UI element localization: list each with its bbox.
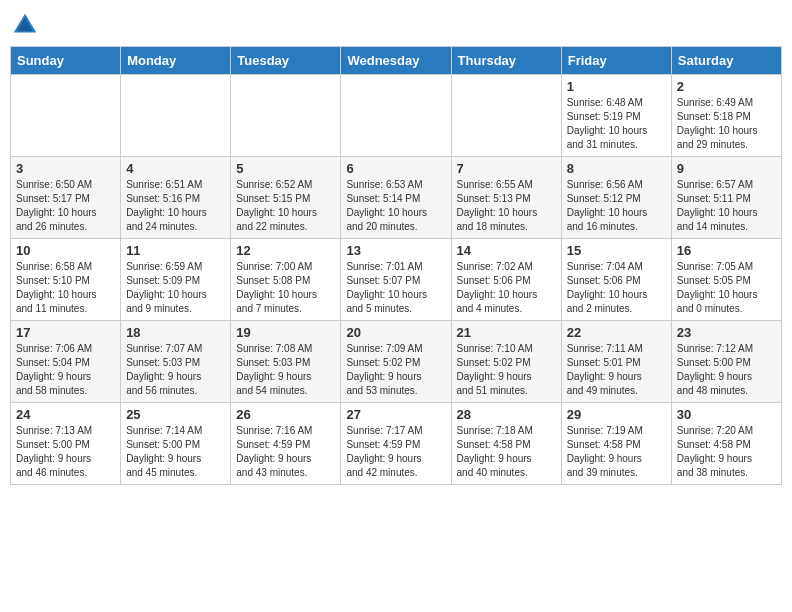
day-cell: 5Sunrise: 6:52 AM Sunset: 5:15 PM Daylig… <box>231 157 341 239</box>
day-number: 20 <box>346 325 445 340</box>
weekday-header-row: SundayMondayTuesdayWednesdayThursdayFrid… <box>11 47 782 75</box>
day-cell: 25Sunrise: 7:14 AM Sunset: 5:00 PM Dayli… <box>121 403 231 485</box>
day-info: Sunrise: 7:13 AM Sunset: 5:00 PM Dayligh… <box>16 424 115 480</box>
day-number: 16 <box>677 243 776 258</box>
day-cell: 16Sunrise: 7:05 AM Sunset: 5:05 PM Dayli… <box>671 239 781 321</box>
day-number: 18 <box>126 325 225 340</box>
day-info: Sunrise: 7:10 AM Sunset: 5:02 PM Dayligh… <box>457 342 556 398</box>
day-cell: 13Sunrise: 7:01 AM Sunset: 5:07 PM Dayli… <box>341 239 451 321</box>
calendar: SundayMondayTuesdayWednesdayThursdayFrid… <box>10 46 782 485</box>
day-cell: 30Sunrise: 7:20 AM Sunset: 4:58 PM Dayli… <box>671 403 781 485</box>
day-cell: 3Sunrise: 6:50 AM Sunset: 5:17 PM Daylig… <box>11 157 121 239</box>
day-cell: 15Sunrise: 7:04 AM Sunset: 5:06 PM Dayli… <box>561 239 671 321</box>
day-info: Sunrise: 6:59 AM Sunset: 5:09 PM Dayligh… <box>126 260 225 316</box>
day-info: Sunrise: 6:53 AM Sunset: 5:14 PM Dayligh… <box>346 178 445 234</box>
weekday-saturday: Saturday <box>671 47 781 75</box>
weekday-thursday: Thursday <box>451 47 561 75</box>
day-info: Sunrise: 7:12 AM Sunset: 5:00 PM Dayligh… <box>677 342 776 398</box>
day-info: Sunrise: 6:48 AM Sunset: 5:19 PM Dayligh… <box>567 96 666 152</box>
day-number: 2 <box>677 79 776 94</box>
weekday-sunday: Sunday <box>11 47 121 75</box>
day-cell <box>231 75 341 157</box>
week-row-1: 1Sunrise: 6:48 AM Sunset: 5:19 PM Daylig… <box>11 75 782 157</box>
day-cell <box>121 75 231 157</box>
day-info: Sunrise: 7:16 AM Sunset: 4:59 PM Dayligh… <box>236 424 335 480</box>
day-info: Sunrise: 6:49 AM Sunset: 5:18 PM Dayligh… <box>677 96 776 152</box>
day-number: 12 <box>236 243 335 258</box>
day-number: 15 <box>567 243 666 258</box>
day-number: 14 <box>457 243 556 258</box>
day-number: 10 <box>16 243 115 258</box>
day-number: 21 <box>457 325 556 340</box>
day-number: 7 <box>457 161 556 176</box>
day-info: Sunrise: 6:57 AM Sunset: 5:11 PM Dayligh… <box>677 178 776 234</box>
day-cell: 26Sunrise: 7:16 AM Sunset: 4:59 PM Dayli… <box>231 403 341 485</box>
day-cell: 14Sunrise: 7:02 AM Sunset: 5:06 PM Dayli… <box>451 239 561 321</box>
day-info: Sunrise: 7:07 AM Sunset: 5:03 PM Dayligh… <box>126 342 225 398</box>
day-number: 4 <box>126 161 225 176</box>
day-cell <box>341 75 451 157</box>
day-info: Sunrise: 6:50 AM Sunset: 5:17 PM Dayligh… <box>16 178 115 234</box>
logo-icon <box>10 10 40 40</box>
day-cell: 4Sunrise: 6:51 AM Sunset: 5:16 PM Daylig… <box>121 157 231 239</box>
day-cell: 8Sunrise: 6:56 AM Sunset: 5:12 PM Daylig… <box>561 157 671 239</box>
weekday-wednesday: Wednesday <box>341 47 451 75</box>
day-cell: 29Sunrise: 7:19 AM Sunset: 4:58 PM Dayli… <box>561 403 671 485</box>
day-number: 5 <box>236 161 335 176</box>
day-number: 9 <box>677 161 776 176</box>
week-row-2: 3Sunrise: 6:50 AM Sunset: 5:17 PM Daylig… <box>11 157 782 239</box>
day-cell: 23Sunrise: 7:12 AM Sunset: 5:00 PM Dayli… <box>671 321 781 403</box>
day-cell: 12Sunrise: 7:00 AM Sunset: 5:08 PM Dayli… <box>231 239 341 321</box>
day-cell: 17Sunrise: 7:06 AM Sunset: 5:04 PM Dayli… <box>11 321 121 403</box>
day-info: Sunrise: 7:11 AM Sunset: 5:01 PM Dayligh… <box>567 342 666 398</box>
day-cell: 28Sunrise: 7:18 AM Sunset: 4:58 PM Dayli… <box>451 403 561 485</box>
day-number: 1 <box>567 79 666 94</box>
day-cell: 27Sunrise: 7:17 AM Sunset: 4:59 PM Dayli… <box>341 403 451 485</box>
day-cell: 1Sunrise: 6:48 AM Sunset: 5:19 PM Daylig… <box>561 75 671 157</box>
day-cell <box>451 75 561 157</box>
day-number: 24 <box>16 407 115 422</box>
day-info: Sunrise: 7:18 AM Sunset: 4:58 PM Dayligh… <box>457 424 556 480</box>
day-info: Sunrise: 7:01 AM Sunset: 5:07 PM Dayligh… <box>346 260 445 316</box>
day-cell: 2Sunrise: 6:49 AM Sunset: 5:18 PM Daylig… <box>671 75 781 157</box>
day-cell: 24Sunrise: 7:13 AM Sunset: 5:00 PM Dayli… <box>11 403 121 485</box>
day-info: Sunrise: 7:09 AM Sunset: 5:02 PM Dayligh… <box>346 342 445 398</box>
day-cell: 20Sunrise: 7:09 AM Sunset: 5:02 PM Dayli… <box>341 321 451 403</box>
day-number: 25 <box>126 407 225 422</box>
day-info: Sunrise: 6:56 AM Sunset: 5:12 PM Dayligh… <box>567 178 666 234</box>
day-info: Sunrise: 7:00 AM Sunset: 5:08 PM Dayligh… <box>236 260 335 316</box>
day-number: 3 <box>16 161 115 176</box>
day-cell: 19Sunrise: 7:08 AM Sunset: 5:03 PM Dayli… <box>231 321 341 403</box>
day-info: Sunrise: 6:51 AM Sunset: 5:16 PM Dayligh… <box>126 178 225 234</box>
day-cell: 7Sunrise: 6:55 AM Sunset: 5:13 PM Daylig… <box>451 157 561 239</box>
day-number: 26 <box>236 407 335 422</box>
day-number: 23 <box>677 325 776 340</box>
day-number: 27 <box>346 407 445 422</box>
day-info: Sunrise: 6:58 AM Sunset: 5:10 PM Dayligh… <box>16 260 115 316</box>
day-cell: 11Sunrise: 6:59 AM Sunset: 5:09 PM Dayli… <box>121 239 231 321</box>
day-info: Sunrise: 7:17 AM Sunset: 4:59 PM Dayligh… <box>346 424 445 480</box>
day-number: 8 <box>567 161 666 176</box>
calendar-body: 1Sunrise: 6:48 AM Sunset: 5:19 PM Daylig… <box>11 75 782 485</box>
day-info: Sunrise: 7:05 AM Sunset: 5:05 PM Dayligh… <box>677 260 776 316</box>
day-number: 13 <box>346 243 445 258</box>
day-info: Sunrise: 7:14 AM Sunset: 5:00 PM Dayligh… <box>126 424 225 480</box>
day-number: 6 <box>346 161 445 176</box>
day-cell: 21Sunrise: 7:10 AM Sunset: 5:02 PM Dayli… <box>451 321 561 403</box>
day-info: Sunrise: 7:08 AM Sunset: 5:03 PM Dayligh… <box>236 342 335 398</box>
logo <box>10 10 44 40</box>
week-row-5: 24Sunrise: 7:13 AM Sunset: 5:00 PM Dayli… <box>11 403 782 485</box>
week-row-4: 17Sunrise: 7:06 AM Sunset: 5:04 PM Dayli… <box>11 321 782 403</box>
header <box>10 10 782 40</box>
day-cell: 6Sunrise: 6:53 AM Sunset: 5:14 PM Daylig… <box>341 157 451 239</box>
day-cell: 10Sunrise: 6:58 AM Sunset: 5:10 PM Dayli… <box>11 239 121 321</box>
day-number: 17 <box>16 325 115 340</box>
day-cell: 9Sunrise: 6:57 AM Sunset: 5:11 PM Daylig… <box>671 157 781 239</box>
day-cell <box>11 75 121 157</box>
day-number: 30 <box>677 407 776 422</box>
weekday-monday: Monday <box>121 47 231 75</box>
day-info: Sunrise: 6:52 AM Sunset: 5:15 PM Dayligh… <box>236 178 335 234</box>
weekday-tuesday: Tuesday <box>231 47 341 75</box>
day-number: 29 <box>567 407 666 422</box>
day-number: 19 <box>236 325 335 340</box>
